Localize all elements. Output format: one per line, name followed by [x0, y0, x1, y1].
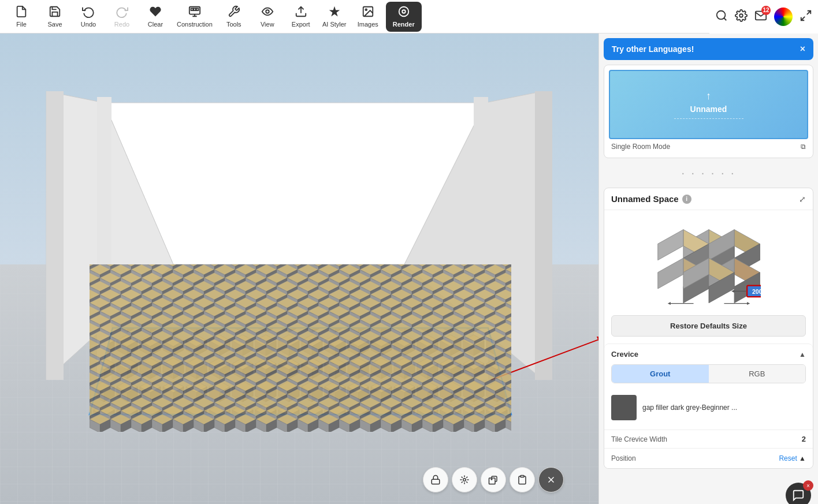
space-title: Unnamed Space i	[611, 194, 691, 204]
render-icon	[397, 5, 410, 21]
crevice-section: Crevice ▲ Grout RGB gap filler dark grey…	[604, 344, 813, 468]
images-icon	[362, 5, 374, 20]
toolbar-tools-label: Tools	[226, 21, 241, 28]
toolbar-render-label: Render	[393, 21, 415, 28]
single-room-mode: Single Room Mode ⧉	[609, 139, 808, 153]
expand-icon[interactable]: ⤢	[799, 195, 806, 204]
copy-room-icon[interactable]: ⧉	[801, 143, 806, 151]
svg-point-12	[739, 14, 743, 17]
paste-button[interactable]	[510, 467, 535, 492]
svg-point-9	[402, 10, 406, 13]
file-icon	[15, 5, 28, 20]
move-button[interactable]	[452, 467, 477, 492]
thumbnail-arrow: ↑	[674, 90, 743, 102]
gap-filler-row[interactable]: gap filler dark grey-Beginner ...	[604, 390, 813, 425]
delete-button[interactable]	[538, 467, 564, 492]
svg-point-10	[717, 10, 726, 19]
toolbar-redo[interactable]: Redo	[106, 2, 137, 32]
toolbar-clear-label: Clear	[148, 21, 163, 28]
toolbar-construction[interactable]: Construction	[173, 2, 216, 32]
profile-icon[interactable]	[774, 8, 793, 26]
ai-styler-icon	[328, 5, 341, 20]
space-info-icon[interactable]: i	[682, 195, 691, 204]
crevice-header[interactable]: Crevice ▲	[604, 344, 813, 364]
toolbar-undo-label: Undo	[81, 21, 96, 28]
toolbar-view-label: View	[261, 21, 274, 28]
construction-icon	[188, 5, 201, 20]
position-row: Position Reset ▲	[604, 448, 813, 468]
toolbar-export[interactable]: Export	[285, 2, 317, 32]
toolbar-redo-label: Redo	[114, 21, 129, 28]
search-icon[interactable]	[715, 9, 728, 25]
messages-badge: 12	[761, 6, 771, 15]
toolbar-clear[interactable]: Clear	[140, 2, 171, 32]
ai-chat-button[interactable]: ×	[786, 483, 811, 504]
toolbar-save[interactable]: Save	[39, 2, 70, 32]
space-header: Unnamed Space i ⤢	[604, 188, 813, 210]
rgb-tab[interactable]: RGB	[709, 365, 806, 383]
svg-rect-1	[191, 9, 193, 11]
lang-banner-text: Try other Languages!	[612, 44, 694, 54]
room-thumbnail[interactable]: ↑ Unnamed	[609, 70, 808, 139]
tools-icon	[228, 5, 240, 20]
messages-icon[interactable]: 12	[754, 9, 767, 25]
thumbnail-label: Unnamed	[674, 104, 743, 114]
svg-rect-2	[194, 9, 196, 11]
export-icon	[295, 5, 307, 20]
profile-avatar[interactable]	[774, 8, 793, 26]
position-label: Position	[611, 454, 636, 462]
toolbar-tools[interactable]: Tools	[218, 2, 250, 32]
view-icon	[261, 5, 274, 20]
svg-rect-3	[196, 9, 199, 11]
toolbar-ai-styler[interactable]: AI Styler	[319, 2, 350, 32]
crevice-width-value[interactable]: 2	[802, 435, 806, 443]
single-room-label: Single Room Mode	[611, 143, 670, 151]
space-title-text: Unnamed Space	[611, 194, 679, 204]
fullscreen-icon[interactable]	[800, 9, 812, 25]
position-reset-button[interactable]: Reset ▲	[779, 454, 806, 462]
svg-rect-27	[535, 91, 552, 380]
svg-rect-33	[432, 479, 440, 484]
toolbar-images[interactable]: Images	[352, 2, 384, 32]
svg-marker-46	[657, 230, 683, 260]
scroll-dots: · · · · · ·	[599, 163, 818, 183]
ai-chat-close-button[interactable]: ×	[803, 480, 813, 491]
svg-marker-66	[668, 302, 670, 305]
space-section: Unnamed Space i ⤢	[604, 188, 813, 469]
crevice-width-row: Tile Crevice Width 2	[604, 430, 813, 448]
grout-tab[interactable]: Grout	[612, 365, 709, 383]
crevice-collapse-icon[interactable]: ▲	[799, 350, 806, 359]
svg-text:200: 200	[752, 288, 760, 295]
toolbar-render[interactable]: Render	[386, 2, 422, 32]
toolbar-construction-label: Construction	[177, 21, 213, 28]
crevice-title: Crevice	[611, 350, 638, 359]
svg-rect-25	[46, 91, 64, 380]
toolbar: File Save Undo Redo	[0, 0, 818, 33]
toolbar-view[interactable]: View	[252, 2, 283, 32]
svg-rect-38	[520, 476, 524, 477]
toolbar-export-label: Export	[292, 21, 310, 28]
clear-icon	[149, 5, 162, 20]
grout-tabs: Grout RGB	[611, 364, 806, 383]
canvas-area[interactable]	[0, 33, 598, 504]
svg-point-7	[365, 9, 367, 10]
toolbar-file[interactable]: File	[6, 2, 37, 32]
settings-icon[interactable]	[735, 9, 748, 25]
right-panel: Try other Languages! × ↑ Unnamed Single …	[598, 33, 818, 504]
tile-preview-container: 200	[604, 210, 813, 315]
svg-point-8	[399, 7, 408, 17]
svg-line-13	[807, 10, 810, 14]
toolbar-undo[interactable]: Undo	[73, 2, 104, 32]
gap-filler-thumbnail	[611, 395, 637, 420]
toolbar-ai-styler-label: AI Styler	[322, 21, 347, 28]
lang-banner-close[interactable]: ×	[800, 44, 805, 54]
toolbar-file-label: File	[16, 21, 27, 28]
restore-defaults-button[interactable]: Restore Defaults Size	[611, 315, 806, 337]
room-thumbnail-container: ↑ Unnamed Single Room Mode ⧉	[604, 65, 813, 158]
redo-icon	[116, 5, 128, 20]
lock-button[interactable]	[423, 467, 448, 492]
bottom-toolbar	[423, 467, 564, 492]
copy-floor-button[interactable]	[481, 467, 506, 492]
svg-point-34	[463, 479, 466, 481]
language-banner[interactable]: Try other Languages! ×	[604, 38, 813, 60]
